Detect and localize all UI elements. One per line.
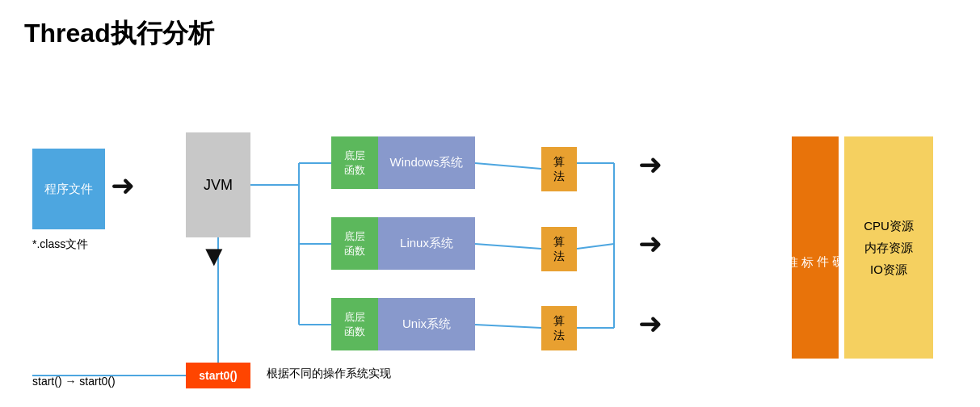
- algo-unix: 算 法: [541, 306, 577, 350]
- jvm-box: JVM: [186, 132, 250, 237]
- arrow-algo3-hardware: ➜: [638, 309, 662, 338]
- sys-row-linux: 底层 函数 Linux系统: [331, 217, 475, 270]
- class-label: *.class文件: [32, 237, 88, 252]
- svg-line-5: [475, 163, 541, 169]
- start0-button[interactable]: start0(): [186, 363, 250, 388]
- diceng-windows: 底层 函数: [331, 136, 378, 189]
- arrow-right-icon: ➜: [111, 169, 135, 202]
- diagram-area: 程序文件 ➜ JVM *.class文件 底层 函数 Windows系统 底层 …: [24, 68, 953, 407]
- cpu-label: CPU资源 内存资源 IO资源: [864, 215, 914, 280]
- svg-line-7: [475, 325, 541, 328]
- program-label: 程序文件: [44, 182, 93, 197]
- arrow-jvm-down: ▼: [200, 241, 229, 271]
- start-label: start() → start0(): [32, 375, 116, 388]
- page-title: Thread执行分析: [24, 16, 956, 52]
- svg-line-11: [577, 244, 614, 249]
- start0-label: start0(): [199, 369, 237, 382]
- arrow-down-icon: ▼: [200, 239, 229, 272]
- jvm-label: JVM: [204, 177, 233, 194]
- algo-linux: 算 法: [541, 227, 577, 271]
- cpu-box: CPU资源 内存资源 IO资源: [844, 136, 933, 359]
- sys-row-unix: 底层 函数 Unix系统: [331, 298, 475, 350]
- sysname-unix: Unix系统: [378, 298, 475, 350]
- arrow-right-icon-1: ➜: [638, 148, 662, 181]
- hardware-box: 硬 件 标 准: [792, 136, 839, 359]
- arrow-right-icon-3: ➜: [638, 307, 662, 340]
- program-box: 程序文件: [32, 149, 105, 229]
- arrow-algo1-hardware: ➜: [638, 150, 662, 179]
- arrow-right-icon-2: ➜: [638, 227, 662, 260]
- sys-row-windows: 底层 函数 Windows系统: [331, 136, 475, 189]
- arrow-program-jvm: ➜: [111, 171, 135, 200]
- start0-desc: 根据不同的操作系统实现: [267, 367, 391, 381]
- arrow-algo2-hardware: ➜: [638, 229, 662, 258]
- svg-line-6: [475, 244, 541, 249]
- sysname-linux: Linux系统: [378, 217, 475, 270]
- diceng-linux: 底层 函数: [331, 217, 378, 270]
- diceng-unix: 底层 函数: [331, 298, 378, 350]
- sysname-windows: Windows系统: [378, 136, 475, 189]
- algo-windows: 算 法: [541, 147, 577, 191]
- page: Thread执行分析: [0, 0, 980, 407]
- hardware-label: 硬 件 标 准: [784, 246, 846, 249]
